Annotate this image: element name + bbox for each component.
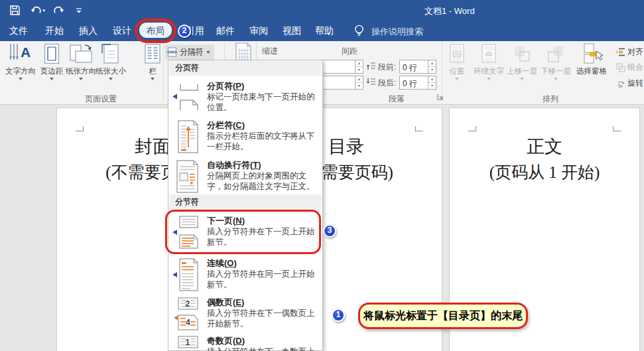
word-window: 文档1 - Word 文件开始插入设计布局引用邮件审阅视图帮助 操作说明搜索 A… xyxy=(0,0,644,351)
tell-me-search[interactable]: 操作说明搜索 xyxy=(371,26,423,38)
redo-icon[interactable] xyxy=(53,5,66,17)
dropdown-caret-icon xyxy=(151,78,155,80)
dropdown-caret-icon xyxy=(109,78,113,80)
breaks-button[interactable]: 分隔符 xyxy=(165,44,214,60)
dropdown-caret-icon xyxy=(520,78,524,80)
group-label-paragraph: 段落 xyxy=(389,94,405,105)
space-after-icon xyxy=(366,77,376,87)
svg-text:4: 4 xyxy=(186,318,190,327)
menu-item-column-break[interactable]: 分栏符(C)指示分栏符后面的文字将从下一栏开始。 xyxy=(169,119,322,158)
button-wrap-text: 环绕文字 xyxy=(472,42,505,80)
tab-2[interactable]: 开始 xyxy=(45,20,64,41)
indent-left-field[interactable]: ▲▼ xyxy=(318,60,363,74)
button-align[interactable]: 对齐 xyxy=(615,46,643,58)
wrap-text-icon xyxy=(472,42,505,65)
svg-text:A: A xyxy=(21,44,31,60)
button-text-direction[interactable]: A文字方向 xyxy=(3,42,38,80)
title-bar: 文档1 - Word xyxy=(0,0,644,20)
tab-7[interactable]: 邮件 xyxy=(216,20,235,41)
undo-icon[interactable] xyxy=(29,5,46,17)
svg-text:1: 1 xyxy=(186,338,190,347)
annotation-badge-3: 3 xyxy=(323,224,336,238)
button-position: 位置 xyxy=(443,42,471,80)
position-icon xyxy=(443,42,471,65)
menu-item-section-even-page[interactable]: 24偶数页(E)插入分节符并在下一偶数页上开始新节。 xyxy=(169,297,322,335)
button-columns[interactable]: 栏 xyxy=(138,42,167,80)
page-heading: 正文 xyxy=(450,135,639,159)
text-boundary-mark xyxy=(613,126,621,131)
annotation-circle-layout-tab xyxy=(135,19,176,43)
text-direction-icon: A xyxy=(3,42,38,65)
spacing-label: 间距 xyxy=(342,46,357,57)
annotation-badge-2: 2 xyxy=(178,25,191,38)
section-odd-page-icon: 1 xyxy=(171,335,203,351)
space-after-field[interactable]: 0 行▲▼ xyxy=(399,76,436,90)
button-bring-forward: 上移一层 xyxy=(505,42,539,80)
dropdown-caret-icon xyxy=(50,78,54,80)
space-after-label: 段后: xyxy=(378,78,396,89)
space-before-label: 段前: xyxy=(378,62,396,73)
paper-size-icon xyxy=(94,42,128,65)
page-break-icon xyxy=(171,80,203,115)
selection-pane-icon xyxy=(573,42,610,65)
tab-3[interactable]: 插入 xyxy=(79,20,97,41)
menu-item-text-wrap-break[interactable]: 自动换行符(T)分隔网页上的对象周围的文字，如分隔题注文字与正文。 xyxy=(169,159,322,198)
menu-item-section-continuous[interactable]: 连续(O)插入分节符并在同一页上开始新节。 xyxy=(169,257,322,296)
margins-icon xyxy=(37,42,66,65)
tab-4[interactable]: 设计 xyxy=(113,20,131,41)
button-paper-size[interactable]: 纸张大小 xyxy=(94,42,128,80)
tell-me-lightbulb-icon xyxy=(354,24,365,38)
button-orientation[interactable]: 纸张方向 xyxy=(64,42,97,80)
group-label-arrange: 排列 xyxy=(543,94,558,105)
paragraph-dialog-launcher[interactable] xyxy=(436,93,444,101)
columns-icon xyxy=(138,42,167,65)
svg-text:2: 2 xyxy=(186,299,190,309)
group-objects-icon xyxy=(615,62,625,72)
menu-section-header: 分页符 xyxy=(169,60,322,76)
menu-item-page-break[interactable]: 分页符(P)标记一页结束与下一页开始的位置。 xyxy=(169,80,322,119)
indent-right-field[interactable]: ▲▼ xyxy=(318,76,363,90)
page-subheading: (页码从 1 开始) xyxy=(450,161,639,183)
rotate-icon xyxy=(615,78,625,88)
customize-qat-icon[interactable] xyxy=(74,5,84,16)
button-rotate[interactable]: 旋转 xyxy=(615,78,643,89)
annotation-callout: 将鼠标光标置于【目录页】的末尾 xyxy=(358,303,528,329)
group-label-page-setup: 页面设置 xyxy=(85,94,117,105)
button-group-objects: 组合 xyxy=(615,62,643,73)
save-icon[interactable] xyxy=(9,5,21,16)
button-selection-pane[interactable]: 选择窗格 xyxy=(573,42,610,76)
space-before-icon xyxy=(366,61,376,71)
annotation-badge-1: 1 xyxy=(332,309,345,322)
text-boundary-mark xyxy=(415,126,423,131)
dropdown-caret-icon xyxy=(79,78,83,80)
tab-1[interactable]: 文件 xyxy=(9,20,28,41)
tab-9[interactable]: 视图 xyxy=(283,20,301,41)
section-even-page-icon: 24 xyxy=(171,297,203,331)
dropdown-caret-icon xyxy=(487,78,491,80)
window-title: 文档1 - Word xyxy=(424,5,475,17)
breaks-dropdown-menu: 分页符分页符(P)标记一页结束与下一页开始的位置。分栏符(C)指示分栏符后面的文… xyxy=(168,60,323,351)
breaks-icon xyxy=(166,46,178,58)
send-backward-icon xyxy=(539,42,572,65)
menu-item-section-odd-page[interactable]: 1奇数页(D)插入分节符并在下一奇数页上开始新节。 xyxy=(169,335,322,351)
tab-8[interactable]: 审阅 xyxy=(249,20,268,41)
column-break-icon xyxy=(171,119,203,154)
dropdown-caret-icon xyxy=(19,78,23,80)
text-boundary-mark xyxy=(76,126,84,131)
menu-section-header: 分节符 xyxy=(169,194,322,210)
indent-label: 缩进 xyxy=(262,46,278,57)
space-before-field[interactable]: 0 行▲▼ xyxy=(399,60,436,74)
dropdown-caret-icon xyxy=(455,78,459,80)
button-margins[interactable]: 页边距 xyxy=(37,42,66,80)
ribbon-tab-row: 文件开始插入设计布局引用邮件审阅视图帮助 操作说明搜索 xyxy=(0,20,644,41)
orientation-icon xyxy=(64,42,97,65)
breaks-caret-icon xyxy=(206,51,210,54)
dropdown-caret-icon xyxy=(554,78,558,80)
text-wrap-break-icon xyxy=(171,159,203,194)
bring-forward-icon xyxy=(505,42,539,65)
annotation-box-next-page xyxy=(165,210,321,254)
align-icon xyxy=(615,47,625,57)
tab-10[interactable]: 帮助 xyxy=(315,20,334,41)
section-continuous-icon xyxy=(171,257,203,292)
text-boundary-mark xyxy=(468,126,476,131)
